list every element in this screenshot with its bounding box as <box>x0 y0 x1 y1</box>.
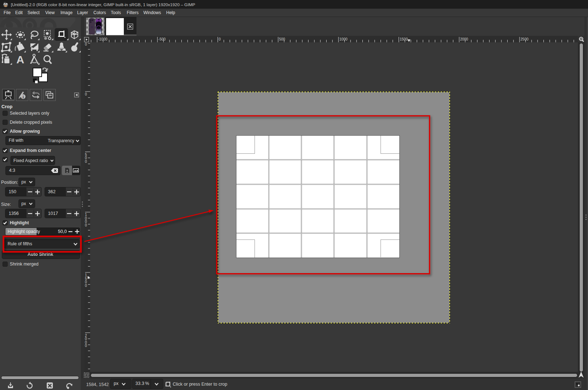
svg-text:-1000: -1000 <box>98 37 108 41</box>
svg-text:2500: 2500 <box>520 37 529 41</box>
svg-text:0: 0 <box>85 42 87 46</box>
svg-text:0: 0 <box>219 37 221 41</box>
svg-text:0: 0 <box>85 223 87 227</box>
svg-text:1000: 1000 <box>339 37 348 41</box>
svg-text:0: 0 <box>85 92 87 96</box>
svg-text:2000: 2000 <box>460 37 469 41</box>
svg-text:1500: 1500 <box>400 37 408 41</box>
svg-text:0: 0 <box>85 344 87 348</box>
svg-text:0: 0 <box>85 160 87 164</box>
svg-text:A: A <box>16 54 24 65</box>
svg-text:-500: -500 <box>158 37 165 41</box>
svg-text:i: i <box>22 95 24 99</box>
svg-text:0: 0 <box>85 284 87 288</box>
